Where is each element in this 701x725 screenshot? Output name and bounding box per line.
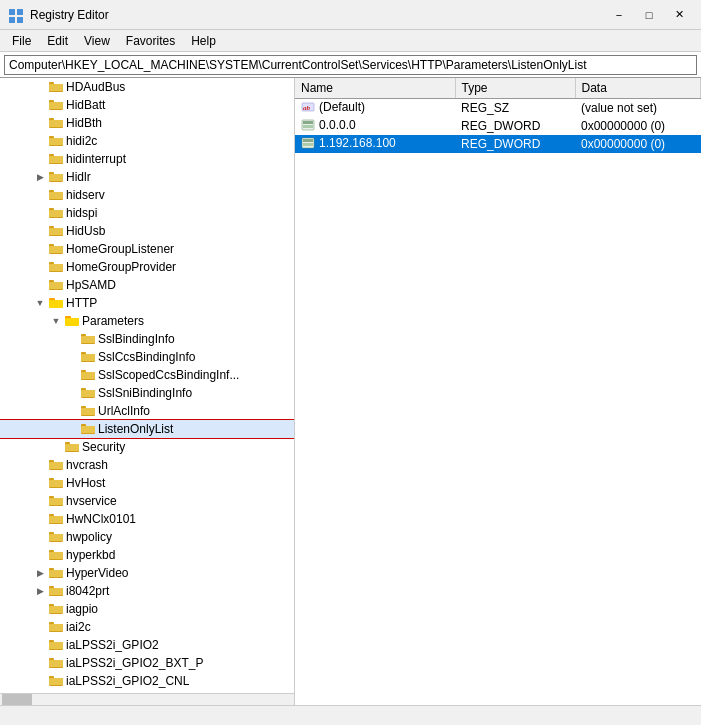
tree-node-label: hidspi (66, 204, 97, 222)
tree-node[interactable]: ListenOnlyList (0, 420, 294, 438)
tree-node[interactable]: HidUsb (0, 222, 294, 240)
tree-node[interactable]: iaLPSS2i_GPIO2 (0, 636, 294, 654)
tree-node-label: SslCcsBindingInfo (98, 348, 195, 366)
collapse-icon[interactable]: ▼ (32, 294, 48, 312)
table-row[interactable]: ab (Default) REG_SZ (value not set) (295, 98, 701, 117)
tree-node-label: SslScopedCcsBindingInf... (98, 366, 239, 384)
table-row[interactable]: 0.0.0.0 REG_DWORD 0x00000000 (0) (295, 117, 701, 135)
svg-rect-36 (49, 264, 63, 271)
tree-node-label: i8042prt (66, 582, 109, 600)
svg-rect-39 (49, 282, 63, 289)
tree-node[interactable]: UrlAclInfo (0, 402, 294, 420)
tree-node[interactable]: SslSniBindingInfo (0, 384, 294, 402)
svg-rect-42 (49, 300, 63, 307)
maximize-button[interactable]: □ (635, 4, 663, 26)
svg-rect-48 (81, 336, 95, 343)
svg-rect-27 (49, 210, 63, 217)
tree-horizontal-scrollbar[interactable] (0, 693, 294, 705)
folder-icon (48, 98, 64, 112)
tree-node[interactable]: iaLPSS2i_GPIO2_BXT_P (0, 654, 294, 672)
folder-icon (48, 620, 64, 634)
tree-node[interactable]: HwNClx0101 (0, 510, 294, 528)
expand-icon[interactable]: ▶ (32, 168, 48, 186)
tree-node[interactable]: ▶ i8042prt (0, 582, 294, 600)
tree-node[interactable]: HidBth (0, 114, 294, 132)
tree-node[interactable]: iagpio (0, 600, 294, 618)
folder-icon (48, 224, 64, 238)
tree-node-label: Parameters (82, 312, 144, 330)
tree-node-label: UrlAclInfo (98, 402, 150, 420)
col-name[interactable]: Name (295, 78, 455, 98)
tree-node-label: HidUsb (66, 222, 105, 240)
tree-node-label: HDAudBus (66, 78, 125, 96)
tree-node[interactable]: ▼ Parameters (0, 312, 294, 330)
minimize-button[interactable]: − (605, 4, 633, 26)
tree-node[interactable]: HpSAMD (0, 276, 294, 294)
tree-node[interactable]: hwpolicy (0, 528, 294, 546)
tree-node[interactable]: iai2c (0, 618, 294, 636)
tree-node[interactable]: SslScopedCcsBindingInf... (0, 366, 294, 384)
tree-node[interactable]: ▶ HyperVideo (0, 564, 294, 582)
svg-rect-18 (49, 156, 63, 163)
tree-scroll[interactable]: HDAudBus HidBatt HidBth hidi2c hidinterr (0, 78, 294, 693)
svg-rect-112 (303, 121, 313, 124)
expand-icon[interactable]: ▶ (32, 582, 48, 600)
svg-rect-115 (303, 139, 313, 142)
tree-node[interactable]: hyperkbd (0, 546, 294, 564)
expand-icon[interactable]: ▶ (32, 564, 48, 582)
reg-name: 1.192.168.100 (295, 135, 455, 153)
menu-edit[interactable]: Edit (39, 32, 76, 50)
tree-node-label: hyperkbd (66, 546, 115, 564)
status-bar (0, 705, 701, 725)
right-scroll[interactable]: Name Type Data ab (Default) REG_SZ (valu… (295, 78, 701, 705)
tree-node[interactable]: ▶ Hidlr (0, 168, 294, 186)
col-data[interactable]: Data (575, 78, 701, 98)
folder-icon (48, 260, 64, 274)
tree-node[interactable]: Security (0, 438, 294, 456)
tree-node-label: iaLPSS2i_GPIO2_BXT_P (66, 654, 203, 672)
tree-node[interactable]: hvservice (0, 492, 294, 510)
tree-node[interactable]: SslCcsBindingInfo (0, 348, 294, 366)
tree-node[interactable]: SslBindingInfo (0, 330, 294, 348)
folder-icon (80, 422, 96, 436)
svg-rect-33 (49, 246, 63, 253)
menu-help[interactable]: Help (183, 32, 224, 50)
folder-icon (64, 314, 80, 328)
svg-rect-57 (81, 390, 95, 397)
app-title: Registry Editor (30, 8, 109, 22)
svg-rect-66 (65, 444, 79, 451)
dword-icon (301, 137, 315, 149)
svg-rect-12 (49, 120, 63, 127)
tree-node[interactable]: HomeGroupProvider (0, 258, 294, 276)
app-icon (8, 7, 24, 23)
tree-node[interactable]: HidBatt (0, 96, 294, 114)
tree-node[interactable]: hidi2c (0, 132, 294, 150)
tree-node[interactable]: ▼ HTTP (0, 294, 294, 312)
tree-node[interactable]: hidserv (0, 186, 294, 204)
svg-rect-113 (303, 125, 313, 128)
reg-type: REG_DWORD (455, 135, 575, 153)
close-button[interactable]: ✕ (665, 4, 693, 26)
address-input[interactable] (4, 55, 697, 75)
tree-node[interactable]: iaLPSS2i_GPIO2_CNL (0, 672, 294, 690)
tree-node[interactable]: hvcrash (0, 456, 294, 474)
svg-rect-6 (49, 84, 63, 91)
menu-view[interactable]: View (76, 32, 118, 50)
table-row[interactable]: 1.192.168.100 REG_DWORD 0x00000000 (0) (295, 135, 701, 153)
tree-node[interactable]: HvHost (0, 474, 294, 492)
folder-icon (80, 350, 96, 364)
tree-node[interactable]: hidinterrupt (0, 150, 294, 168)
tree-node[interactable]: HDAudBus (0, 78, 294, 96)
svg-rect-102 (49, 660, 63, 667)
tree-node[interactable]: HomeGroupListener (0, 240, 294, 258)
menu-favorites[interactable]: Favorites (118, 32, 183, 50)
svg-rect-81 (49, 534, 63, 541)
col-type[interactable]: Type (455, 78, 575, 98)
menu-file[interactable]: File (4, 32, 39, 50)
svg-rect-30 (49, 228, 63, 235)
svg-rect-60 (81, 408, 95, 415)
folder-icon (80, 332, 96, 346)
tree-node[interactable]: hidspi (0, 204, 294, 222)
folder-icon (48, 206, 64, 220)
collapse-icon[interactable]: ▼ (48, 312, 64, 330)
